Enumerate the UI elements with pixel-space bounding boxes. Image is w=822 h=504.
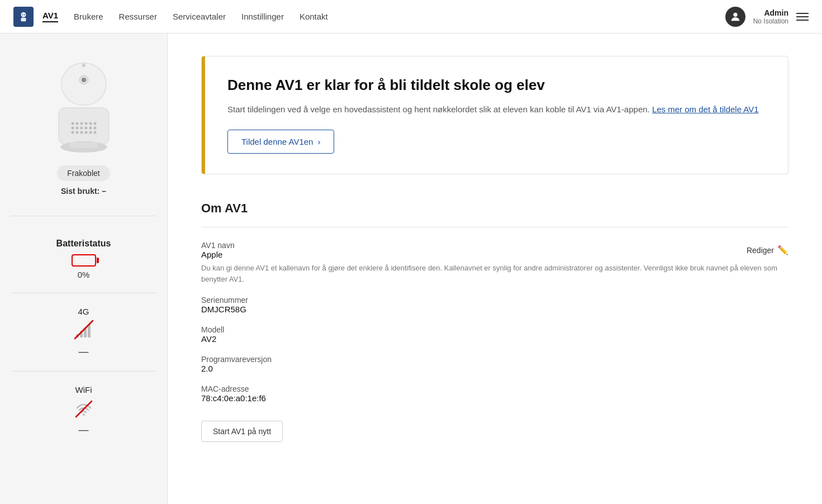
model-row: Modell AV2 [201,325,788,344]
signal-value: — [79,346,89,358]
svg-point-16 [71,126,74,129]
pencil-icon: ✏️ [777,245,788,255]
svg-point-7 [82,78,86,82]
battery-title: Batteristatus [56,239,111,249]
user-info: Admin No Isolation [753,8,788,25]
svg-point-0 [21,12,26,17]
svg-point-35 [83,413,85,416]
last-used-value: – [102,187,106,196]
user-role: No Isolation [753,17,788,25]
firmware-label: Programvareversjon [201,355,788,364]
av1-name-row: AV1 navn Apple Rediger ✏️ Du kan gi denn… [201,241,788,284]
svg-rect-29 [70,142,98,148]
no-wifi-icon [74,398,94,422]
hamburger-menu[interactable] [796,13,809,21]
nav-serviceavtaler[interactable]: Serviceavtaler [173,12,226,21]
svg-point-27 [93,131,96,134]
main-nav: AV1 Brukere Ressurser Serviceavtaler Inn… [42,11,725,22]
info-box-desc-text: Start tildelingen ved å velge en hovedas… [227,104,650,114]
edit-label: Rediger [747,246,774,255]
chevron-right-icon: › [317,137,320,146]
svg-point-26 [89,131,92,134]
wifi-section: WiFi — [11,376,156,445]
sidebar: Frakoblet Sist brukt: – Batteristatus 0%… [0,34,168,504]
info-box-desc: Start tildelingen ved å velge en hovedas… [227,103,759,116]
page-layout: Frakoblet Sist brukt: – Batteristatus 0%… [0,0,822,504]
svg-point-18 [80,126,83,129]
svg-point-17 [75,126,78,129]
svg-point-2 [22,14,23,15]
model-value: AV2 [201,334,788,344]
header-right: Admin No Isolation [725,7,809,27]
svg-point-12 [80,122,83,125]
av1-name-label: AV1 navn [201,241,235,250]
svg-point-14 [89,122,92,125]
svg-point-3 [24,14,25,15]
firmware-value: 2.0 [201,364,788,373]
nav-av1[interactable]: AV1 [42,11,58,22]
svg-point-13 [84,122,87,125]
svg-point-22 [71,131,74,134]
serial-value: DMJCR58G [201,305,788,314]
nav-ressurser[interactable]: Ressurser [119,12,157,21]
wifi-value: — [79,424,89,436]
av1-name-note: Du kan gi denne AV1 et kallenavn for å g… [201,263,788,284]
svg-point-8 [82,64,85,67]
divider-1 [11,216,156,216]
battery-percentage: 0% [78,270,90,279]
nav-kontakt[interactable]: Kontakt [300,12,328,21]
edit-button[interactable]: Rediger ✏️ [747,245,788,255]
divider-3 [11,371,156,372]
divider-2 [11,293,156,293]
main-content: Denne AV1 er klar for å bli tildelt skol… [168,34,822,504]
last-used-label: Sist brukt: [61,187,99,196]
svg-rect-9 [59,108,109,144]
serial-label: Serienummer [201,296,788,305]
svg-point-24 [80,131,83,134]
about-title: Om AV1 [201,201,788,216]
status-badge: Frakoblet [57,165,110,181]
no-signal-icon [74,320,94,344]
svg-point-10 [71,122,74,125]
svg-point-20 [89,126,92,129]
nav-innstillinger[interactable]: Innstillinger [241,12,284,21]
svg-point-23 [75,131,78,134]
assignment-info-box: Denne AV1 er klar for å bli tildelt skol… [201,56,788,174]
signal-label: 4G [78,307,89,316]
av1-name-value: Apple [201,250,235,259]
svg-point-25 [84,131,87,134]
svg-point-15 [93,122,96,125]
svg-point-11 [75,122,78,125]
header: AV1 Brukere Ressurser Serviceavtaler Inn… [0,0,822,34]
svg-point-4 [733,12,737,16]
info-box-title: Denne AV1 er klar for å bli tildelt skol… [227,77,759,94]
battery-section: Batteristatus 0% [11,221,156,288]
svg-point-21 [93,126,96,129]
assign-button[interactable]: Tildel denne AV1en › [227,130,334,154]
svg-point-19 [84,126,87,129]
nav-brukere[interactable]: Brukere [74,12,103,21]
robot-illustration [45,56,123,156]
serial-row: Serienummer DMJCR58G [201,296,788,314]
restart-button[interactable]: Start AV1 på nytt [201,421,283,442]
last-used: Sist brukt: – [61,187,106,196]
about-section: Om AV1 AV1 navn Apple Rediger ✏️ Du kan … [201,201,788,442]
info-box-content: Denne AV1 er klar for å bli tildelt skol… [205,56,781,174]
logo[interactable] [13,7,34,27]
battery-icon [72,254,96,267]
model-label: Modell [201,325,788,334]
mac-label: MAC-adresse [201,384,788,393]
firmware-row: Programvareversjon 2.0 [201,355,788,373]
mac-row: MAC-adresse 78:c4:0e:a0:1e:f6 [201,384,788,403]
signal-section: 4G — [11,298,156,367]
mac-value: 78:c4:0e:a0:1e:f6 [201,393,788,403]
about-divider [201,227,788,227]
avatar [725,7,745,27]
info-box-link[interactable]: Les mer om det å tildele AV1 [652,104,759,114]
assign-button-label: Tildel denne AV1en [241,137,313,146]
user-name: Admin [764,8,788,17]
av1-name-header: AV1 navn Apple Rediger ✏️ [201,241,788,259]
svg-rect-1 [21,17,26,21]
wifi-label: WiFi [75,385,92,394]
